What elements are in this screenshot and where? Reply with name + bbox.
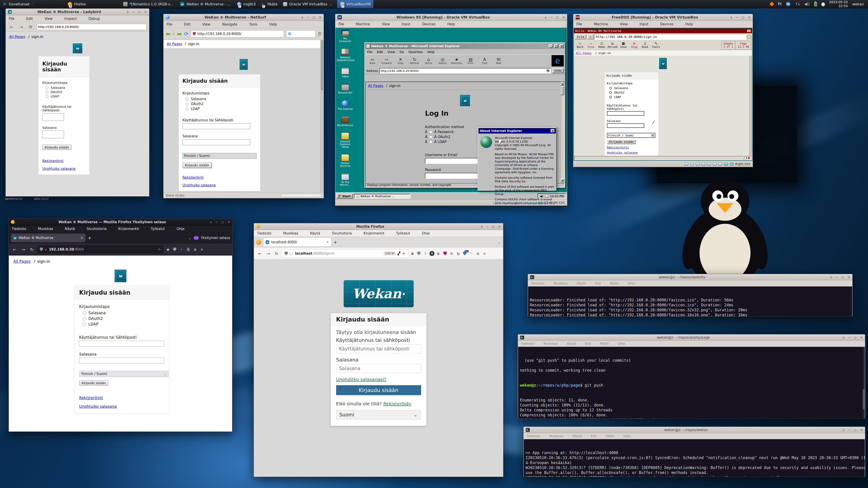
vbox-titlebar[interactable]: DOS FreeDOS [Running] - Oracle VM Virtua… [573,14,753,21]
forward-button[interactable]: → [20,247,27,252]
forward-button[interactable]: ➡ [177,31,182,37]
forgot-password-link[interactable]: Unohtuiko salasana [607,151,638,154]
menu-item[interactable]: Ohje [628,282,635,285]
menu-item[interactable]: Pääte [606,434,614,438]
win95-desktop-icon[interactable]: Recycle Bin [337,84,353,94]
url-bar[interactable]: 🔓︎ 192.168.0.20:8000 ☆ [37,246,164,254]
menu-item[interactable]: Tiedosto [521,342,534,346]
taskbar-item-nsgtk3[interactable]: nsgtk3 2 [235,0,258,8]
taskbar-item-virtualboxvm[interactable]: VirtualBoxVM 2 [337,0,374,8]
ie-toolbar-button[interactable]: AFont [478,57,491,65]
extensions-puzzle-icon[interactable]: ⊞ [449,251,454,256]
radio-button[interactable] [429,131,432,133]
terminal-titlebar[interactable]: $_ wekan@z: ~/repos/w/php/page ∧─◻✕ [518,334,865,341]
applications-menu[interactable]: ✕ Sovellukset ⋮ [0,0,38,8]
menu-item[interactable]: Ohje [618,342,625,346]
menu-item[interactable]: Näytä [572,434,582,438]
protections-icon[interactable] [172,247,177,252]
username-input[interactable] [79,341,164,347]
menu-item[interactable]: Debug [88,17,99,21]
close-button[interactable]: ✕ [498,225,501,228]
dialog-close-button[interactable]: ✕ [551,129,555,133]
address-input[interactable]: http://192.168.0.20:8000/ [381,69,419,72]
menu-item[interactable]: Etsi [595,282,601,285]
shade-button[interactable]: ∧ [480,225,483,228]
radio-button[interactable] [83,323,86,326]
language-select[interactable]: Finnish / Suomi [182,153,256,159]
reload-button[interactable]: ↻ [273,251,280,256]
menu-item[interactable]: View [44,17,53,21]
back-button[interactable]: ⬅ [166,31,170,37]
firefox-titlebar[interactable]: WeKan ® Multiverse — Mozilla Firefox Yks… [8,219,232,225]
signin-button[interactable]: Kirjaudu sisään [79,380,108,386]
dillo-toolbar-button[interactable]: ↻Reload [608,41,618,48]
signin-button[interactable]: Kirjaudu sisään [182,162,212,168]
radio-button[interactable] [45,91,49,94]
menu-item[interactable]: Kirjanmerkit [118,227,139,231]
password-input[interactable] [42,131,64,138]
dillo-toolbar-button[interactable]: ✎Tools [651,41,661,48]
password-input[interactable] [79,358,164,363]
dialog-titlebar[interactable]: About Internet Explorer ✕ [478,128,556,133]
win95-desktop-icon[interactable]: Network Neighborhood [337,48,353,62]
menu-item[interactable]: Kirjanmerkit [364,231,384,235]
menu-item[interactable]: Työkalut [396,231,410,235]
url-input[interactable] [37,24,147,30]
language-select[interactable]: Finnish / Suomi⌄ [79,371,168,377]
language-select[interactable]: Suomi⌄ [336,410,421,420]
links-button[interactable]: Links [552,68,564,73]
menu-item[interactable]: Ohje [177,227,184,231]
ie-toolbar-button[interactable]: ★Favorites [450,57,463,65]
menu-item[interactable]: Sivuhistoria [332,231,352,235]
menu-item[interactable]: View [382,22,390,26]
menu-item[interactable]: Edit [184,22,191,26]
menu-item[interactable]: Näytä [577,282,586,285]
forgot-password-link[interactable]: Unohditko salasanasi? [336,377,386,382]
register-link[interactable]: Rekisteröinti [42,159,64,163]
new-tab-button[interactable]: + [333,239,337,245]
shade-button[interactable]: ∧ [842,336,845,339]
all-pages-link[interactable]: All Pages [167,42,182,46]
mouse-status-icon[interactable] [730,162,734,166]
signin-button[interactable]: Kirjaudu sisään [336,385,421,395]
menu-item[interactable]: Ohje [422,231,430,235]
ie-titlebar[interactable]: e WeKan ® Multiverse - Microsoft Interne… [365,43,565,49]
scroll-down-icon[interactable]: ▼ [561,179,564,182]
ie-toolbar-button[interactable]: ⇦Back [366,57,379,65]
maximize-button[interactable]: ◻ [492,225,495,228]
minimize-button[interactable]: ─ [132,10,134,14]
fingerprint-icon[interactable]: ◉ [410,251,415,256]
shade-button[interactable]: ∧ [830,275,832,279]
reload-button[interactable]: ↻ [29,247,35,252]
minimize-button[interactable]: ─ [487,225,488,228]
menu-item[interactable]: Edit [26,17,33,21]
radio-button[interactable] [186,103,188,105]
download-icon[interactable]: ↧ [423,251,428,256]
forgot-password-link[interactable]: Unohtuiko salasana [42,167,75,171]
new-tab-button[interactable]: + [88,235,92,240]
bookmark-star-icon[interactable]: ☆ [158,248,161,252]
radio-button[interactable] [45,86,49,89]
menu-item[interactable]: Muokkaa [544,342,558,346]
menu-item[interactable]: File [9,17,14,21]
terminal-titlebar[interactable]: $_ wekan@z: ~/repos/wekan ∧─◻✕ [524,427,865,433]
register-link[interactable]: Rekisteröinti [79,396,103,400]
desktop-file-label[interactable]: laho-1517 [34,197,49,200]
menu-icon[interactable]: ≡ [199,247,204,252]
forgot-password-link[interactable]: Unohtuiko salasana [182,183,216,187]
dillo-stop-x-button[interactable]: ✕ [587,35,594,39]
minimize-button[interactable]: ─ [836,275,837,279]
menu-item[interactable]: Machine [356,22,370,26]
extension-icon[interactable]: ◐ [436,251,441,256]
ie-toolbar-button[interactable]: ⇨Forward [380,57,393,65]
tray-app-icon[interactable] [769,2,774,6]
menu-item[interactable]: Input [402,22,410,26]
dillo-toolbar-button[interactable]: ✕Stop [629,41,640,48]
username-input[interactable] [182,123,250,129]
reload-button[interactable]: ⟳ [184,31,188,37]
browser-tab[interactable]: w WeKan ® Multiverse ✕ [11,234,86,242]
shade-button[interactable]: ∧ [842,428,845,432]
start-button[interactable]: Start [336,194,352,199]
ie-toolbar-button[interactable]: ▤Print [464,57,477,65]
forgot-password-link[interactable]: Unohtuiko salasana [79,404,117,409]
